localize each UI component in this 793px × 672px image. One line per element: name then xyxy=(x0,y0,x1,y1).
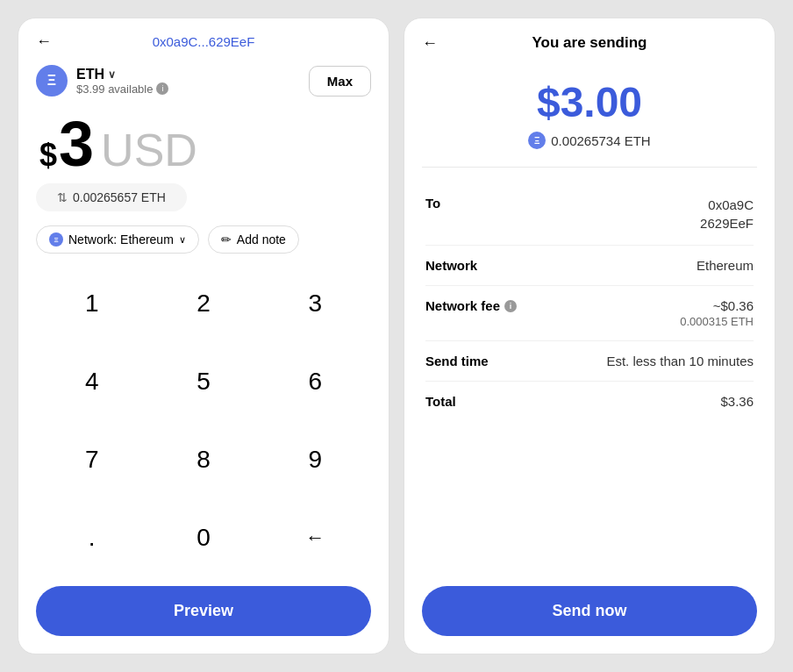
right-back-button[interactable]: ← xyxy=(422,34,438,53)
token-chevron-icon: ∨ xyxy=(108,68,116,81)
add-note-button[interactable]: ✏ Add note xyxy=(208,225,299,254)
key-backspace[interactable]: ← xyxy=(260,499,371,577)
key-6[interactable]: 6 xyxy=(260,342,371,420)
to-row: To 0x0a9C 2629EeF xyxy=(425,183,754,246)
right-header: ← You are sending xyxy=(404,18,775,61)
network-label: Network: Ethereum xyxy=(68,232,174,247)
fee-value: ~$0.36 0.000315 ETH xyxy=(680,298,754,328)
sending-eth-amount: Ξ 0.00265734 ETH xyxy=(422,132,757,149)
network-detail-value: Ethereum xyxy=(697,258,754,273)
total-label: Total xyxy=(425,394,456,409)
token-details: ETH ∨ $3.99 available i xyxy=(76,67,168,96)
to-label: To xyxy=(425,196,440,211)
eth-amount-text: 0.00265734 ETH xyxy=(551,133,650,148)
token-selector-row: Ξ ETH ∨ $3.99 available i Max xyxy=(18,58,389,104)
sending-amount-section: $3.00 Ξ 0.00265734 ETH xyxy=(404,61,775,158)
options-row: Ξ Network: Ethereum ∨ ✏ Add note xyxy=(18,215,389,264)
info-icon[interactable]: i xyxy=(156,82,168,95)
amount-display: $ 3 USD xyxy=(18,104,389,180)
send-now-button[interactable]: Send now xyxy=(422,586,757,636)
panel-title: You are sending xyxy=(532,34,647,52)
send-confirmation-panel: ← You are sending $3.00 Ξ 0.00265734 ETH… xyxy=(404,18,775,654)
eth-equiv-text: 0.00265657 ETH xyxy=(73,190,166,204)
send-time-value: Est. less than 10 minutes xyxy=(606,354,754,368)
network-chevron-icon: ∨ xyxy=(179,234,186,246)
left-header: ← 0x0a9C...629EeF xyxy=(18,18,389,58)
max-button[interactable]: Max xyxy=(309,66,371,97)
left-back-button[interactable]: ← xyxy=(36,32,52,51)
amount-currency: USD xyxy=(101,124,197,176)
send-amount-panel: ← 0x0a9C...629EeF Ξ ETH ∨ $3.99 availabl… xyxy=(18,18,389,654)
transaction-details: To 0x0a9C 2629EeF Network Ethereum Netwo… xyxy=(404,176,775,577)
app-container: ← 0x0a9C...629EeF Ξ ETH ∨ $3.99 availabl… xyxy=(0,0,793,672)
amount-number: 3 xyxy=(59,112,94,175)
key-3[interactable]: 3 xyxy=(260,264,371,342)
dollar-sign: $ xyxy=(39,137,57,174)
fee-row: Network fee i ~$0.36 0.000315 ETH xyxy=(425,286,754,341)
pencil-icon: ✏ xyxy=(221,232,232,247)
available-balance: $3.99 available i xyxy=(76,82,168,96)
token-info: Ξ ETH ∨ $3.99 available i xyxy=(36,65,168,97)
sending-usd-amount: $3.00 xyxy=(422,78,757,126)
eth-equivalent[interactable]: ⇅ 0.00265657 ETH xyxy=(36,183,187,211)
to-address: 0x0a9C 2629EeF xyxy=(700,196,754,232)
divider xyxy=(422,167,757,168)
key-7[interactable]: 7 xyxy=(36,421,147,499)
key-9[interactable]: 9 xyxy=(260,421,371,499)
eth-logo-icon: Ξ xyxy=(36,65,68,97)
key-dot[interactable]: . xyxy=(36,499,147,577)
eth-icon-small: Ξ xyxy=(528,132,546,149)
key-2[interactable]: 2 xyxy=(147,264,259,342)
key-4[interactable]: 4 xyxy=(36,342,147,420)
send-time-row: Send time Est. less than 10 minutes xyxy=(425,341,754,382)
fee-info-icon[interactable]: i xyxy=(504,300,517,312)
preview-button[interactable]: Preview xyxy=(36,586,371,636)
network-detail-label: Network xyxy=(425,258,477,273)
send-time-label: Send time xyxy=(425,354,489,368)
key-8[interactable]: 8 xyxy=(147,421,259,499)
recipient-address[interactable]: 0x0a9C...629EeF xyxy=(153,34,255,49)
token-name[interactable]: ETH ∨ xyxy=(76,67,168,82)
swap-icon: ⇅ xyxy=(57,190,68,204)
network-row: Network Ethereum xyxy=(425,246,754,286)
fee-label: Network fee i xyxy=(425,298,517,313)
total-value: $3.36 xyxy=(720,394,754,409)
network-eth-icon: Ξ xyxy=(49,232,63,247)
key-5[interactable]: 5 xyxy=(147,342,259,420)
add-note-label: Add note xyxy=(237,232,286,247)
network-selector-button[interactable]: Ξ Network: Ethereum ∨ xyxy=(36,225,199,254)
key-1[interactable]: 1 xyxy=(36,264,147,342)
numpad: 1 2 3 4 5 6 7 8 9 . 0 ← xyxy=(18,264,389,577)
key-0[interactable]: 0 xyxy=(147,499,259,577)
total-row: Total $3.36 xyxy=(425,382,754,421)
